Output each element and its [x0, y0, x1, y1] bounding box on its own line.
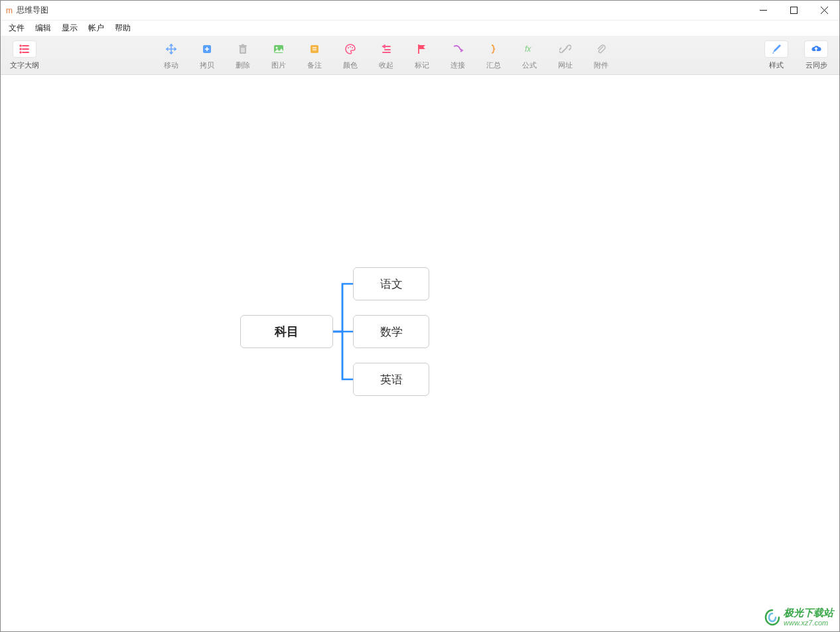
attach-label: 附件 — [594, 60, 608, 70]
connect-button[interactable]: 连接 — [441, 39, 474, 72]
move-label: 移动 — [164, 60, 178, 70]
child-node-2[interactable]: 数学 — [353, 315, 429, 348]
list-icon — [13, 40, 36, 58]
title-bar: m 思维导图 — [1, 1, 839, 21]
sync-button[interactable]: 云同步 — [800, 39, 833, 72]
child-node-1[interactable]: 语文 — [353, 267, 429, 300]
note-label: 备注 — [307, 60, 322, 70]
flag-button[interactable]: 标记 — [405, 39, 439, 72]
close-icon — [821, 7, 828, 14]
watermark-logo-icon — [764, 609, 781, 626]
window-controls — [748, 1, 839, 20]
child-node-3[interactable]: 英语 — [353, 363, 429, 396]
minimize-icon — [760, 7, 767, 14]
brush-icon — [764, 40, 788, 58]
svg-point-28 — [352, 47, 353, 48]
copy-icon — [198, 40, 216, 58]
outline-button[interactable]: 文字大纲 — [7, 39, 42, 72]
url-label: 网址 — [558, 60, 573, 70]
collapse-button[interactable]: 收起 — [370, 39, 403, 72]
minimize-button[interactable] — [748, 1, 778, 20]
maximize-button[interactable] — [778, 1, 809, 20]
window-title: 思维导图 — [17, 5, 48, 16]
toolbar: 文字大纲 移动 拷贝 删除 图片 备注 颜色 收起 — [1, 36, 839, 75]
menu-file[interactable]: 文件 — [3, 21, 30, 35]
style-label: 样式 — [769, 60, 784, 70]
flag-label: 标记 — [415, 60, 429, 70]
color-label: 颜色 — [343, 60, 358, 70]
svg-rect-17 — [242, 44, 244, 46]
delete-button[interactable]: 删除 — [226, 39, 259, 72]
connect-icon — [449, 40, 467, 58]
formula-button[interactable]: fx 公式 — [513, 39, 546, 72]
watermark-text: 极光下载站 www.xz7.com — [784, 607, 833, 627]
image-button[interactable]: 图片 — [262, 39, 295, 72]
note-icon — [305, 40, 324, 58]
image-label: 图片 — [271, 60, 286, 70]
color-button[interactable]: 颜色 — [334, 39, 367, 72]
collapse-icon — [377, 40, 395, 58]
connect-label: 连接 — [451, 60, 465, 70]
collapse-label: 收起 — [379, 60, 393, 70]
svg-text:fx: fx — [525, 44, 531, 54]
sync-label: 云同步 — [805, 60, 827, 70]
attach-button[interactable]: 附件 — [585, 39, 618, 72]
flag-icon — [413, 40, 431, 58]
brace-icon — [484, 40, 503, 58]
toolbar-left: 文字大纲 — [7, 39, 42, 72]
svg-point-6 — [20, 48, 21, 50]
toolbar-mid: 移动 拷贝 删除 图片 备注 颜色 收起 标记 — [155, 39, 618, 72]
watermark-url: www.xz7.com — [784, 619, 833, 627]
title-left: m 思维导图 — [6, 5, 48, 16]
copy-label: 拷贝 — [200, 60, 214, 70]
svg-point-27 — [350, 46, 351, 48]
menu-help[interactable]: 帮助 — [109, 21, 136, 35]
trash-icon — [234, 40, 252, 58]
outline-label: 文字大纲 — [10, 60, 39, 70]
watermark: 极光下载站 www.xz7.com — [764, 607, 833, 627]
svg-rect-23 — [311, 45, 318, 53]
menu-edit[interactable]: 编辑 — [30, 21, 56, 35]
style-button[interactable]: 样式 — [760, 39, 793, 72]
summary-button[interactable]: 汇总 — [477, 39, 510, 72]
maximize-icon — [790, 7, 798, 14]
summary-label: 汇总 — [486, 60, 501, 70]
connector-lines — [333, 267, 353, 396]
move-button[interactable]: 移动 — [155, 39, 188, 72]
move-icon — [162, 40, 180, 58]
formula-label: 公式 — [522, 60, 537, 70]
svg-line-33 — [563, 47, 567, 51]
watermark-name: 极光下载站 — [784, 607, 833, 619]
menu-view[interactable]: 显示 — [56, 21, 83, 35]
close-button[interactable] — [809, 1, 839, 20]
svg-point-22 — [276, 47, 278, 49]
delete-label: 删除 — [236, 60, 250, 70]
image-icon — [269, 40, 288, 58]
palette-icon — [341, 40, 360, 58]
root-node[interactable]: 科目 — [240, 315, 333, 348]
svg-point-8 — [20, 52, 21, 53]
cloud-icon — [804, 40, 828, 58]
menu-account[interactable]: 帐户 — [83, 21, 109, 35]
svg-point-26 — [348, 47, 349, 48]
menu-bar: 文件 编辑 显示 帐户 帮助 — [1, 21, 839, 36]
copy-button[interactable]: 拷贝 — [190, 39, 224, 72]
toolbar-right: 样式 云同步 — [760, 39, 833, 72]
canvas[interactable]: 科目 语文 数学 英语 极光下载站 www.xz7.com — [1, 76, 839, 631]
paperclip-icon — [592, 40, 610, 58]
app-icon: m — [6, 6, 13, 15]
url-button[interactable]: 网址 — [549, 39, 582, 72]
note-button[interactable]: 备注 — [298, 39, 331, 72]
svg-rect-1 — [790, 7, 797, 14]
link-icon — [556, 40, 575, 58]
svg-point-4 — [20, 45, 21, 46]
formula-icon: fx — [520, 40, 539, 58]
